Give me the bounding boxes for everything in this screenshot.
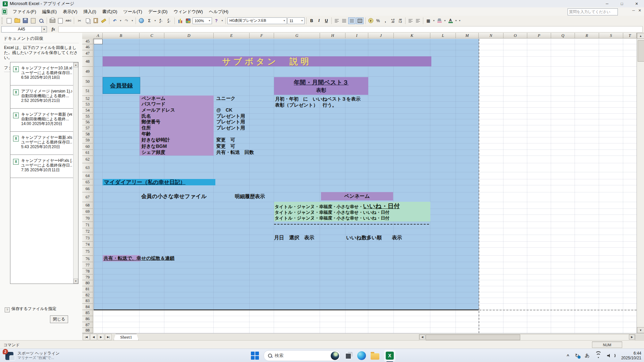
row-header-47[interactable]: 47 bbox=[82, 50, 93, 57]
prev-sheet-button[interactable]: ◀ bbox=[90, 334, 97, 340]
row-header-51[interactable]: 51 bbox=[82, 86, 93, 96]
row-header-83[interactable]: 83 bbox=[82, 298, 93, 304]
row-header-77[interactable]: 77 bbox=[82, 262, 93, 268]
column-header-C[interactable]: C bbox=[140, 33, 164, 39]
autosum-dropdown[interactable]: ▾ bbox=[154, 19, 157, 22]
font-name-select[interactable]: HG創英プレゼンスEB▾ bbox=[227, 17, 287, 24]
column-header-D[interactable]: D bbox=[164, 33, 214, 39]
row-header-74[interactable]: 74 bbox=[82, 242, 93, 248]
scroll-up-icon[interactable]: ▲ bbox=[73, 62, 78, 67]
row-header-66[interactable]: 66 bbox=[82, 185, 93, 192]
paste-button[interactable] bbox=[92, 17, 99, 24]
undo-dropdown[interactable]: ▾ bbox=[119, 19, 122, 22]
column-header-J[interactable]: J bbox=[368, 33, 394, 39]
spelling-button[interactable]: ABC bbox=[65, 17, 72, 24]
widgets-button[interactable]: 2 スポーツ ヘッドライン マリナーズ "自滅"で... bbox=[3, 350, 60, 361]
column-header-O[interactable]: O bbox=[503, 33, 527, 39]
chart-wizard-button[interactable] bbox=[176, 17, 184, 24]
task-view-button[interactable] bbox=[345, 352, 353, 359]
decrease-indent-button[interactable] bbox=[407, 18, 414, 24]
tray-chevron-icon[interactable]: ^ bbox=[567, 353, 569, 358]
row-header-58[interactable]: 58 bbox=[82, 131, 93, 137]
scroll-down-icon[interactable]: ▼ bbox=[73, 279, 78, 284]
edge-icon[interactable] bbox=[357, 351, 366, 360]
menu-file[interactable]: ファイル(F) bbox=[10, 8, 39, 16]
bold-button[interactable]: B bbox=[308, 18, 315, 24]
ime-icon[interactable]: あ bbox=[585, 353, 590, 359]
minimize-button[interactable]: ─ bbox=[600, 0, 614, 7]
align-right-button[interactable] bbox=[348, 17, 356, 24]
row-header-50[interactable]: 50 bbox=[82, 77, 93, 86]
row-header-80[interactable]: 80 bbox=[82, 280, 93, 286]
row-header-76[interactable]: 76 bbox=[82, 256, 93, 262]
font-color-dropdown[interactable]: ▾ bbox=[454, 19, 458, 22]
row-header-52[interactable]: 52 bbox=[82, 96, 93, 102]
row-header-53[interactable]: 53 bbox=[82, 102, 93, 108]
next-sheet-button[interactable]: ▶ bbox=[98, 334, 104, 340]
row-header-45[interactable]: 45 bbox=[82, 39, 93, 44]
row-header-67[interactable]: 67 bbox=[82, 192, 93, 202]
menu-view[interactable]: 表示(V) bbox=[60, 8, 80, 16]
print-button[interactable] bbox=[49, 17, 56, 24]
row-header-63[interactable]: 63 bbox=[82, 163, 93, 172]
wifi-icon[interactable] bbox=[595, 353, 601, 358]
help-dropdown[interactable]: ▾ bbox=[221, 19, 224, 22]
start-button[interactable] bbox=[251, 352, 259, 360]
recovered-file-item[interactable]: Xアプリイメージ (version 1).x...自動回復機能による最終...2… bbox=[10, 85, 78, 109]
formula-input[interactable] bbox=[58, 26, 643, 33]
column-header-A[interactable]: A bbox=[94, 33, 103, 39]
column-header-L[interactable]: L bbox=[430, 33, 456, 39]
fill-color-dropdown[interactable]: ▾ bbox=[443, 19, 446, 22]
row-header-72[interactable]: 72 bbox=[82, 228, 93, 235]
name-box[interactable]: A45 bbox=[1, 26, 42, 33]
vertical-scroll-thumb[interactable] bbox=[638, 40, 644, 62]
row-header-78[interactable]: 78 bbox=[82, 268, 93, 275]
row-header-48[interactable]: 48 bbox=[82, 57, 93, 67]
column-header-G[interactable]: G bbox=[274, 33, 320, 39]
search-button[interactable] bbox=[38, 17, 45, 24]
toolbar-grip[interactable] bbox=[2, 17, 4, 24]
font-size-select[interactable]: 11▾ bbox=[287, 17, 305, 24]
search-box[interactable]: 検索 bbox=[264, 350, 340, 361]
mail-button[interactable] bbox=[30, 17, 37, 24]
italic-button[interactable]: I bbox=[316, 18, 322, 24]
column-header-N[interactable]: N bbox=[479, 33, 503, 39]
maximize-button[interactable]: □ bbox=[614, 0, 629, 7]
row-header-61[interactable]: 61 bbox=[82, 150, 93, 156]
menu-window[interactable]: ウィンドウ(W) bbox=[170, 8, 206, 16]
row-header-49[interactable]: 49 bbox=[82, 67, 93, 77]
row-header-79[interactable]: 79 bbox=[82, 275, 93, 280]
row-header-57[interactable]: 57 bbox=[82, 125, 93, 131]
recovered-file-item[interactable]: Xキャンプファイヤー10.18.xls ...ユーザーによる最終保存日...6:… bbox=[10, 62, 78, 85]
menu-format[interactable]: 書式(O) bbox=[99, 8, 120, 16]
select-all-corner[interactable] bbox=[82, 33, 94, 39]
horizontal-scroll-thumb[interactable] bbox=[426, 335, 520, 340]
column-header-M[interactable]: M bbox=[456, 33, 479, 39]
column-header-P[interactable]: P bbox=[527, 33, 551, 39]
row-header-75[interactable]: 75 bbox=[82, 248, 93, 256]
column-header-S[interactable]: S bbox=[599, 33, 623, 39]
column-header-K[interactable]: K bbox=[394, 33, 430, 39]
insert-function-button[interactable]: fx bbox=[52, 27, 55, 32]
cut-button[interactable]: ✂ bbox=[76, 17, 83, 24]
row-header-60[interactable]: 60 bbox=[82, 143, 93, 150]
redo-button[interactable]: ↷ bbox=[123, 17, 130, 24]
scroll-left-button[interactable]: ◀ bbox=[419, 335, 425, 340]
comma-button[interactable]: , bbox=[382, 18, 389, 24]
file-explorer-icon[interactable] bbox=[371, 353, 379, 360]
scroll-down-button[interactable]: ▼ bbox=[637, 327, 644, 333]
align-left-button[interactable] bbox=[333, 18, 340, 24]
row-header-71[interactable]: 71 bbox=[82, 222, 93, 228]
redo-dropdown[interactable]: ▾ bbox=[131, 19, 134, 22]
file-list-scrollbar[interactable]: ▲ ▼ bbox=[73, 62, 78, 284]
recovered-file-item[interactable]: Xキャンプファイヤー最新.xls ...ユーザーによる最終保存日...5:43 … bbox=[10, 132, 78, 155]
question-input[interactable]: 質問を入力してください bbox=[568, 8, 618, 15]
sheet-tab-sheet1[interactable]: Sheet1 bbox=[114, 334, 139, 340]
vertical-scrollbar[interactable]: ▲ ▼ bbox=[637, 33, 644, 333]
row-header-81[interactable]: 81 bbox=[82, 286, 93, 292]
workbook-close-button[interactable]: ✕ bbox=[638, 8, 641, 13]
borders-dropdown[interactable]: ▾ bbox=[432, 19, 435, 22]
recovered-file-item[interactable]: Xキャンプファイヤー最新 (ver...自動回復機能による最終...14:00 … bbox=[10, 109, 78, 132]
panel-close-button[interactable]: 閉じる bbox=[50, 315, 68, 323]
fill-color-button[interactable] bbox=[436, 18, 443, 24]
